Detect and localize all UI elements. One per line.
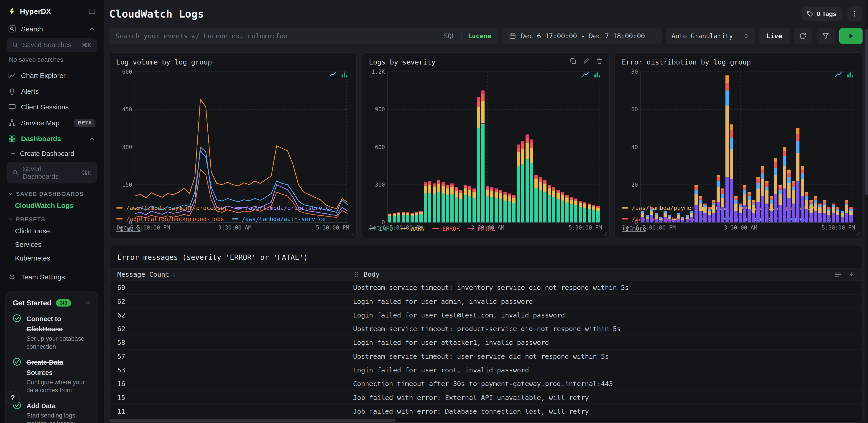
tags-button[interactable]: 0 Tags [801, 7, 843, 21]
tags-label: 0 Tags [817, 10, 836, 18]
svg-text:Dec 6 5:00:00 PM: Dec 6 5:00:00 PM [117, 224, 170, 231]
table-row[interactable]: 62Upstream service timeout: product-serv… [110, 322, 862, 336]
logs-severity-bar-chart[interactable]: 03006009001.2KDec 6 5:00:00 PM3:30:00 AM… [369, 67, 602, 221]
section-label-text: Presets [16, 216, 45, 223]
table-row[interactable]: 58Login failed for user attacker1, inval… [110, 336, 862, 349]
sidebar-item-cloudwatch-logs[interactable]: CloudWatch Logs [0, 199, 103, 212]
saved-dashboards-placeholder: Saved Dashboards [23, 165, 78, 180]
svg-text:5:30:00 PM: 5:30:00 PM [822, 224, 855, 231]
get-started-step-sources[interactable]: Create Data Sources Configure where your… [12, 357, 91, 394]
column-header-message-count[interactable]: Message Count ↓ [110, 271, 353, 278]
table-row[interactable]: 11Job failed with error: Database connec… [110, 405, 862, 418]
search-feature-icon [8, 25, 16, 33]
search-input[interactable] [116, 32, 444, 40]
copy-icon[interactable] [569, 57, 577, 65]
sql-toggle[interactable]: SQL [444, 32, 456, 40]
cell-body: Job failed with error: External API unav… [353, 391, 862, 404]
error-distribution-bar-chart[interactable]: 020406080Dec 6 5:00:00 PM3:30:00 AM5:30:… [622, 67, 856, 200]
section-presets[interactable]: Presets [0, 213, 103, 224]
panel-resize-handle[interactable] [350, 231, 355, 236]
granularity-select[interactable]: Auto Granularity [666, 28, 754, 45]
delete-icon[interactable] [596, 57, 603, 65]
page-header: CloudWatch Logs 0 Tags [109, 0, 863, 28]
svg-text:40: 40 [631, 144, 638, 150]
table-row[interactable]: 57Upstream service timeout: user-service… [110, 350, 862, 364]
svg-text:5:30:00 PM: 5:30:00 PM [569, 224, 602, 231]
sidebar-item-client-sessions[interactable]: Client Sessions [0, 99, 103, 115]
table-row[interactable]: 15Job failed with error: External API un… [110, 391, 862, 404]
step-title: Connect to ClickHouse [26, 315, 63, 333]
sidebar-item-alerts[interactable]: Alerts [0, 83, 103, 99]
edit-icon[interactable] [583, 57, 590, 65]
granularity-value: Auto Granularity [672, 32, 733, 40]
chevron-up-icon [89, 26, 95, 32]
bar-chart-toggle-icon[interactable] [594, 71, 601, 78]
svg-text:20: 20 [631, 181, 638, 188]
sidebar-item-label: Team Settings [21, 273, 65, 281]
chevron-up-icon[interactable] [84, 300, 91, 306]
sidebar-item-dashboards[interactable]: Dashboards [0, 131, 103, 146]
table-row[interactable]: 16Connection timeout after 30s to paymen… [110, 377, 862, 391]
bar-chart-toggle-icon[interactable] [846, 71, 854, 78]
beta-badge: BETA [74, 119, 95, 127]
line-chart-toggle-icon[interactable] [582, 71, 589, 78]
live-button[interactable]: Live [759, 28, 789, 45]
search-icon [12, 42, 19, 48]
cell-message-count: 58 [110, 336, 353, 349]
lucene-toggle[interactable]: Lucene [468, 32, 491, 40]
download-icon[interactable] [848, 271, 856, 278]
panel-resize-handle[interactable] [856, 231, 861, 236]
more-options-button[interactable] [847, 6, 863, 22]
plus-icon [10, 151, 16, 157]
date-range-picker[interactable]: Dec 6 17:00:00 - Dec 7 18:00:00 [502, 28, 661, 45]
progress-badge: 3/3 [56, 299, 71, 307]
chart-panel-error-distribution: Error distribution by log group 02040608… [615, 52, 862, 238]
column-label: Message Count [117, 271, 169, 278]
chart-explorer-icon [8, 72, 16, 80]
cell-body: Connection timeout after 30s to payment-… [353, 377, 862, 390]
svg-text:600: 600 [375, 144, 385, 150]
filter-button[interactable] [816, 28, 835, 45]
sidebar-item-chart-explorer[interactable]: Chart Explorer [0, 68, 103, 83]
sidebar-item-label: Search [21, 25, 43, 33]
sidebar-item-kubernetes[interactable]: Kubernetes [0, 251, 103, 264]
help-button[interactable]: ? [5, 391, 20, 405]
saved-dashboards-input[interactable]: Saved Dashboards ⌘K [7, 162, 97, 184]
line-chart-toggle-icon[interactable] [329, 71, 337, 78]
sidebar-item-clickhouse[interactable]: ClickHouse [0, 224, 103, 238]
line-chart-toggle-icon[interactable] [835, 71, 842, 78]
log-volume-line-chart[interactable]: 0150300450600Dec 6 5:00:00 PM3:30:00 AM5… [116, 67, 350, 200]
panel-resize-handle[interactable] [602, 231, 608, 236]
horizontal-scrollbar[interactable] [110, 418, 862, 422]
sidebar-item-team-settings[interactable]: Team Settings [0, 269, 103, 285]
bar-chart-toggle-icon[interactable] [341, 71, 348, 78]
get-started-step-connect[interactable]: Connect to ClickHouse Set up your databa… [12, 313, 91, 350]
cell-body: Upstream service timeout: user-service d… [353, 350, 862, 363]
table-row[interactable]: 69Upstream service timeout: inventory-se… [110, 281, 862, 295]
column-header-body[interactable]: Body [353, 271, 862, 278]
section-saved-dashboards[interactable]: Saved Dashboards [0, 187, 103, 199]
table-row[interactable]: 62Login failed for user admin, invalid p… [110, 295, 862, 308]
svg-text:3:30:00 AM: 3:30:00 AM [471, 224, 504, 231]
play-icon [847, 32, 855, 40]
table-row[interactable]: 53Login failed for user root, invalid pa… [110, 364, 862, 377]
sidebar-item-label: Dashboards [21, 135, 61, 143]
check-circle-icon [12, 314, 22, 323]
sidebar-item-search[interactable]: Search [0, 21, 103, 37]
step-desc: Configure where your data comes from [26, 378, 91, 394]
run-query-button[interactable] [839, 28, 863, 45]
sidebar-collapse-icon[interactable] [88, 7, 96, 15]
sidebar-item-services[interactable]: Services [0, 238, 103, 251]
table-columns-icon[interactable] [834, 271, 842, 278]
drag-grip-icon[interactable] [353, 271, 360, 278]
sidebar-item-service-map[interactable]: Service Map BETA [0, 115, 103, 131]
get-started-step-data[interactable]: Add Data Start sending logs, metrics, or… [12, 400, 91, 423]
saved-searches-input[interactable]: Saved Searches ⌘K [7, 38, 97, 52]
refresh-button[interactable] [794, 28, 812, 45]
event-search-box[interactable]: SQL | Lucene [109, 28, 498, 45]
table-row[interactable]: 62Login failed for user test@test.com, i… [110, 309, 862, 322]
svg-text:450: 450 [122, 106, 132, 113]
vertical-scrollbar[interactable] [865, 0, 868, 423]
create-dashboard-button[interactable]: Create Dashboard [0, 146, 103, 161]
main-content: CloudWatch Logs 0 Tags SQL | Lucene [104, 0, 868, 423]
